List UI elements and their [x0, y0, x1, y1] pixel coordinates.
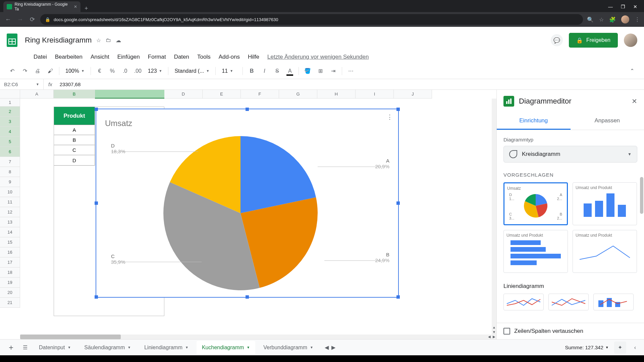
resize-handle[interactable]: [95, 295, 98, 299]
resize-handle[interactable]: [396, 295, 400, 299]
close-tab-icon[interactable]: ✕: [74, 4, 77, 9]
table-row[interactable]: B: [54, 135, 95, 145]
document-title[interactable]: Ring Kreisdiagramm: [25, 36, 92, 45]
reload-button[interactable]: ⟳: [28, 16, 36, 23]
column-header[interactable]: I: [356, 90, 394, 99]
column-header[interactable]: D: [164, 90, 203, 99]
column-header[interactable]: E: [203, 90, 241, 99]
font-size-select[interactable]: 11▼: [219, 68, 239, 74]
column-header[interactable]: J: [394, 90, 432, 99]
browser-menu-icon[interactable]: ⋮: [635, 16, 640, 23]
strikethrough-button[interactable]: S: [272, 66, 282, 76]
sheets-logo[interactable]: [3, 32, 21, 49]
font-select[interactable]: Standard (...▼: [172, 68, 212, 74]
resize-handle[interactable]: [246, 295, 249, 299]
menu-ansicht[interactable]: Ansicht: [87, 52, 113, 62]
suggestion-column[interactable]: Umsatz und Produkt: [573, 182, 637, 225]
row-header[interactable]: 3: [0, 117, 20, 127]
suggestion-pie[interactable]: Umsatz D1... A2... C3... B2...: [503, 182, 568, 225]
suggestion-line[interactable]: Umsatz und Produkt: [573, 230, 637, 273]
star-icon[interactable]: ☆: [96, 37, 101, 44]
move-icon[interactable]: 🗀: [106, 37, 111, 44]
zoom-icon[interactable]: 🔍: [587, 16, 594, 23]
row-header[interactable]: 20: [0, 288, 20, 298]
row-header[interactable]: 8: [0, 167, 20, 177]
text-color-button[interactable]: A: [284, 66, 295, 76]
chart-object[interactable]: ⋮ Umsatz: [96, 109, 399, 298]
row-header[interactable]: 13: [0, 217, 20, 227]
sheet-tab[interactable]: Dateninput▼: [34, 341, 76, 354]
scroll-down-icon[interactable]: ▼: [492, 330, 496, 335]
column-header[interactable]: H: [317, 90, 356, 99]
resize-handle[interactable]: [95, 108, 98, 111]
new-tab-button[interactable]: +: [80, 5, 92, 12]
scroll-up-icon[interactable]: ▲: [492, 325, 496, 330]
menu-bearbeiten[interactable]: Bearbeiten: [52, 52, 86, 62]
menu-einfuegen[interactable]: Einfügen: [114, 52, 143, 62]
star-icon[interactable]: ☆: [599, 16, 604, 23]
chart-menu-icon[interactable]: ⋮: [387, 113, 393, 121]
tab-customize[interactable]: Anpassen: [571, 113, 644, 130]
menu-format[interactable]: Format: [145, 52, 169, 62]
line-chart-option[interactable]: [593, 294, 634, 310]
percent-button[interactable]: %: [107, 66, 118, 76]
row-header[interactable]: 11: [0, 197, 20, 207]
more-tools-button[interactable]: ⋯: [345, 66, 356, 76]
row-header[interactable]: 15: [0, 237, 20, 247]
last-edit-link[interactable]: Letzte Änderung vor wenigen Sekunden: [267, 54, 369, 60]
sidebar-scrollbar[interactable]: [640, 177, 643, 214]
row-header[interactable]: 12: [0, 207, 20, 217]
chart-type-dropdown[interactable]: Kreisdiagramm ▼: [503, 146, 637, 163]
row-header[interactable]: 2: [0, 107, 20, 117]
add-sheet-button[interactable]: +: [5, 343, 17, 352]
number-format-select[interactable]: 123▼: [145, 68, 165, 74]
menu-hilfe[interactable]: Hilfe: [245, 52, 263, 62]
redo-button[interactable]: ↷: [19, 66, 30, 76]
maximize-icon[interactable]: ❐: [621, 4, 625, 9]
swap-rows-cols-checkbox[interactable]: [503, 328, 510, 335]
resize-handle[interactable]: [396, 201, 400, 205]
sheet-tab[interactable]: Säulendiagramm▼: [79, 341, 136, 354]
table-row[interactable]: A: [54, 125, 95, 135]
name-box[interactable]: B2:C6▼: [0, 79, 44, 89]
scroll-left-icon[interactable]: ◀: [487, 335, 492, 339]
row-header[interactable]: 16: [0, 247, 20, 257]
collapse-toolbar-button[interactable]: ⌃: [627, 66, 637, 76]
browser-tab[interactable]: Ring Kreisdiagramm - Google Ta ✕: [3, 1, 80, 12]
menu-addons[interactable]: Add-ons: [215, 52, 243, 62]
line-chart-option[interactable]: [548, 294, 589, 310]
sheet-tab-active[interactable]: Kuchendiagramm▼: [197, 341, 255, 354]
decrease-decimal-button[interactable]: .0: [120, 66, 130, 76]
vertical-scrollbar[interactable]: [492, 99, 496, 335]
row-header[interactable]: 7: [0, 157, 20, 167]
extensions-icon[interactable]: 🧩: [609, 16, 616, 23]
table-row[interactable]: D: [54, 155, 95, 165]
row-header[interactable]: 6: [0, 147, 20, 157]
undo-button[interactable]: ↶: [7, 66, 17, 76]
row-header[interactable]: 17: [0, 257, 20, 267]
row-header[interactable]: 9: [0, 177, 20, 187]
menu-tools[interactable]: Tools: [194, 52, 214, 62]
merge-button[interactable]: ⇥: [328, 66, 338, 76]
browser-profile-avatar[interactable]: [621, 15, 629, 23]
increase-decimal-button[interactable]: .00: [132, 66, 143, 76]
sum-display[interactable]: Summe: 127.342▼: [565, 345, 609, 350]
scroll-right-icon[interactable]: ▶: [492, 335, 496, 339]
formula-input[interactable]: 23307,68: [57, 81, 644, 87]
row-header[interactable]: 14: [0, 227, 20, 237]
url-field[interactable]: 🔒 docs.google.com/spreadsheets/d/16sZAG8…: [40, 14, 583, 25]
column-header[interactable]: B: [54, 90, 95, 99]
profile-avatar[interactable]: [624, 34, 637, 47]
close-window-icon[interactable]: ✕: [633, 4, 637, 9]
select-all-corner[interactable]: [0, 90, 20, 99]
currency-button[interactable]: €: [94, 66, 105, 76]
italic-button[interactable]: I: [259, 66, 270, 76]
row-header[interactable]: 5: [0, 137, 20, 147]
share-button[interactable]: 🔒 Freigeben: [569, 33, 618, 48]
forward-button[interactable]: →: [16, 16, 24, 23]
row-header[interactable]: 1: [0, 99, 20, 107]
tab-scroll-right-icon[interactable]: ▶: [331, 344, 335, 351]
suggestion-bar[interactable]: Umsatz und Produkt: [503, 230, 568, 273]
all-sheets-button[interactable]: ☰: [19, 344, 31, 351]
side-panel-toggle[interactable]: ‹: [632, 345, 639, 351]
